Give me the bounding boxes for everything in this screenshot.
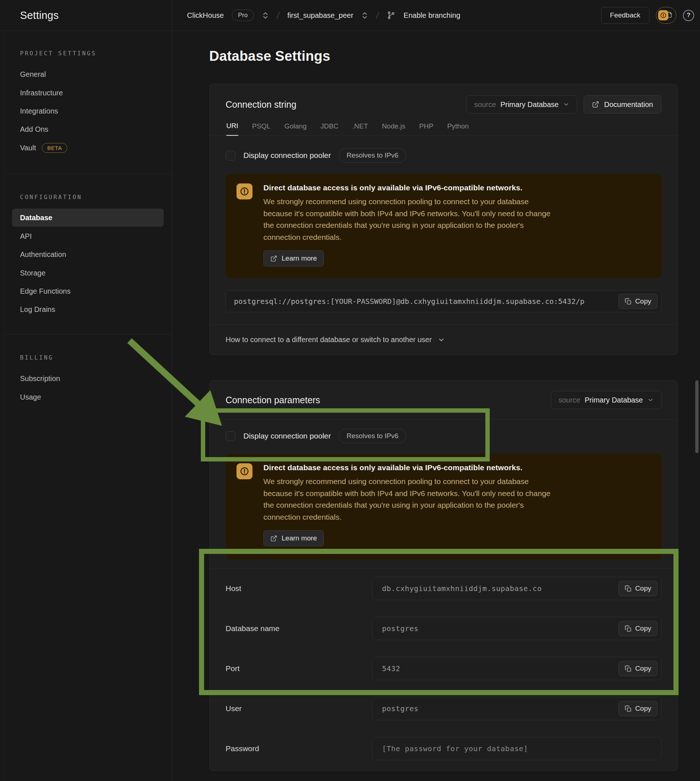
section-title-configuration: CONFIGURATION [20, 194, 82, 200]
project-selector-chevrons-icon[interactable] [361, 12, 368, 19]
sidebar-divider [4, 334, 172, 334]
display-connection-pooler-checkbox[interactable] [225, 151, 235, 160]
settings-sidebar: PROJECT SETTINGS General Infrastructure … [0, 31, 172, 781]
breadcrumb-separator: / [276, 10, 280, 21]
help-icon[interactable]: ? [683, 10, 694, 21]
ipv6-warning-box: Direct database access is only available… [225, 174, 662, 278]
warning-alert-icon [237, 184, 252, 199]
field-row-host: Host db.cxhygiuitamxhniiddjm.supabase.co… [210, 569, 677, 609]
sidebar-item-infrastructure[interactable]: Infrastructure [20, 89, 63, 97]
tab-psql[interactable]: PSQL [252, 118, 271, 135]
field-label: Port [225, 664, 240, 673]
sidebar-border [172, 0, 172, 781]
connection-string-title: Connection string [225, 99, 460, 110]
tab-golang[interactable]: Golang [284, 118, 306, 135]
tab-python[interactable]: Python [447, 118, 468, 135]
feedback-button[interactable]: Feedback [601, 7, 650, 23]
external-link-icon [270, 535, 277, 542]
sidebar-item-api[interactable]: API [20, 232, 32, 240]
source-select[interactable]: source Primary Database [467, 95, 577, 113]
user-field[interactable]: postgres Copy [372, 697, 662, 720]
tab-uri[interactable]: URI [226, 118, 238, 136]
warning-alert-icon [237, 463, 252, 479]
database-name-field[interactable]: postgres Copy [372, 617, 662, 640]
chevron-down-icon [563, 101, 569, 108]
chevron-down-icon [647, 397, 654, 403]
copy-icon [625, 665, 632, 672]
pooler-row: Display connection pooler Resolves to IP… [225, 146, 406, 165]
copy-label: Copy [635, 297, 651, 305]
breadcrumb-org[interactable]: ClickHouse [187, 11, 224, 20]
top-bar-left: Settings [0, 10, 172, 22]
sidebar-item-integrations[interactable]: Integrations [20, 107, 58, 115]
field-row-password: Password [The password for your database… [210, 729, 677, 769]
connect-help-collapsible[interactable]: How to connect to a different database o… [210, 324, 677, 355]
copy-port-button[interactable]: Copy [618, 661, 657, 676]
sidebar-item-database[interactable]: Database [12, 209, 164, 227]
password-placeholder: [The password for your database] [373, 744, 528, 753]
warning-body: We strongly recommend using connection p… [263, 196, 558, 243]
copy-label: Copy [635, 704, 651, 713]
learn-more-label: Learn more [282, 254, 317, 262]
learn-more-button[interactable]: Learn more [263, 250, 324, 266]
copy-icon [625, 585, 632, 592]
connection-parameters-card: Connection parameters source Primary Dat… [209, 380, 678, 771]
sidebar-item-storage[interactable]: Storage [20, 269, 45, 277]
sidebar-item-label: Vault [20, 144, 36, 152]
field-row-database-name: Database name postgres Copy [210, 609, 677, 649]
documentation-button[interactable]: Documentation [583, 95, 662, 113]
warning-title: Direct database access is only available… [263, 463, 650, 472]
org-selector-chevrons-icon[interactable] [262, 12, 269, 19]
app-title: Settings [20, 10, 172, 22]
connection-parameters-header: Connection parameters source Primary Dat… [210, 380, 677, 420]
tab-php[interactable]: PHP [419, 118, 433, 135]
tab-nodejs[interactable]: Node.js [382, 118, 405, 135]
display-connection-pooler-label: Display connection pooler [243, 151, 331, 160]
port-value: 5432 [373, 664, 400, 673]
enable-branching-label[interactable]: Enable branching [403, 11, 460, 20]
source-select-value: Primary Database [500, 100, 558, 109]
learn-more-button[interactable]: Learn more [263, 530, 324, 546]
copy-label: Copy [635, 664, 651, 673]
copy-uri-button[interactable]: Copy [618, 294, 657, 309]
copy-host-button[interactable]: Copy [618, 581, 657, 596]
sidebar-item-add-ons[interactable]: Add Ons [20, 125, 48, 134]
breadcrumb-project[interactable]: first_supabase_peer [287, 11, 353, 20]
host-field[interactable]: db.cxhygiuitamxhniiddjm.supabase.co Copy [372, 577, 662, 600]
tab-dotnet[interactable]: .NET [352, 118, 368, 135]
connection-string-tabs: URI PSQL Golang JDBC .NET Node.js PHP Py… [210, 118, 677, 136]
sidebar-item-general[interactable]: General [20, 70, 46, 78]
database-settings-page: Settings ClickHouse Pro / first_supabase… [0, 0, 700, 781]
sidebar-item-vault[interactable]: Vault BETA [20, 143, 67, 153]
breadcrumb-separator: / [375, 10, 380, 21]
sidebar-item-subscription[interactable]: Subscription [20, 374, 60, 383]
source-select[interactable]: source Primary Database [551, 391, 662, 409]
tab-jdbc[interactable]: JDBC [320, 118, 339, 135]
sidebar-item-authentication[interactable]: Authentication [20, 250, 66, 259]
source-select-value: Primary Database [585, 396, 643, 404]
password-field[interactable]: [The password for your database] [372, 737, 662, 760]
warning-title: Direct database access is only available… [263, 184, 650, 192]
connection-uri-value: postgresql://postgres:[YOUR-PASSWORD]@db… [226, 297, 635, 306]
user-value: postgres [373, 704, 418, 713]
git-branch-icon [387, 11, 395, 20]
copy-label: Copy [635, 624, 651, 632]
resolves-to-ipv6-badge: Resolves to IPv6 [339, 429, 406, 443]
main-content: Database Settings Connection string sour… [172, 31, 700, 781]
connect-help-label: How to connect to a different database o… [225, 335, 432, 344]
display-connection-pooler-checkbox[interactable] [225, 431, 235, 441]
sidebar-item-edge-functions[interactable]: Edge Functions [20, 287, 71, 295]
notifications-avatar[interactable] [656, 7, 677, 23]
copy-label: Copy [635, 584, 651, 592]
page-title: Database Settings [209, 48, 330, 64]
copy-user-button[interactable]: Copy [618, 701, 657, 716]
scrollbar-thumb[interactable] [695, 380, 698, 453]
external-link-icon [592, 101, 599, 108]
copy-database-name-button[interactable]: Copy [618, 621, 657, 636]
port-field[interactable]: 5432 Copy [372, 657, 662, 680]
field-label: User [225, 704, 242, 713]
connection-uri-field[interactable]: postgresql://postgres:[YOUR-PASSWORD]@db… [225, 290, 662, 312]
sidebar-item-log-drains[interactable]: Log Drains [20, 305, 55, 314]
sidebar-item-usage[interactable]: Usage [20, 393, 41, 401]
resolves-to-ipv6-badge: Resolves to IPv6 [339, 148, 406, 163]
